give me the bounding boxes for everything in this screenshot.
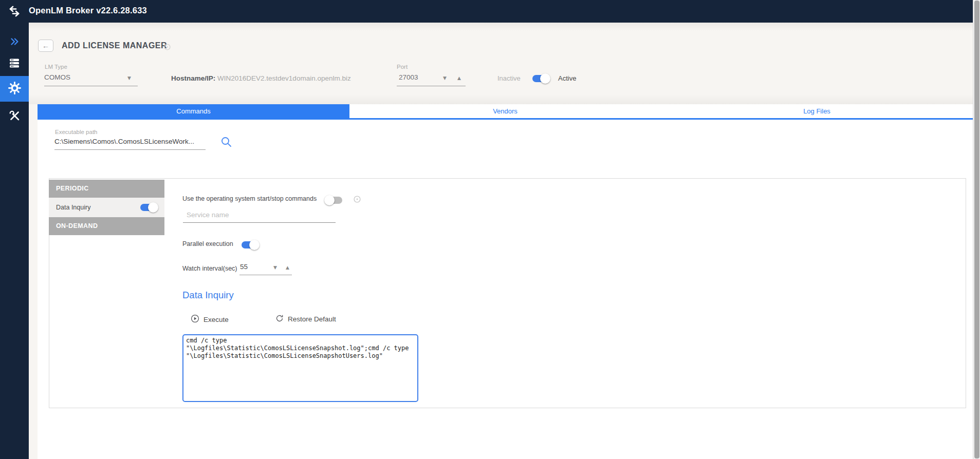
info-icon — [354, 196, 361, 205]
watch-interval-label: Watch interval(sec) — [182, 265, 237, 272]
lm-type-underline — [44, 86, 138, 86]
port-input[interactable] — [399, 73, 435, 81]
lm-type-select[interactable]: COMOS — [44, 73, 70, 81]
parallel-execution-label: Parallel execution — [182, 240, 233, 247]
os-commands-label: Use the operating system start/stop comm… — [182, 195, 317, 202]
service-name-input[interactable] — [183, 209, 336, 223]
lm-type-label: LM Type — [45, 64, 67, 70]
tab-vendors[interactable]: Vendors — [349, 104, 661, 118]
os-commands-toggle[interactable] — [325, 197, 342, 204]
search-icon[interactable] — [220, 136, 232, 150]
inactive-label: Inactive — [497, 74, 521, 82]
watch-interval-input[interactable] — [240, 263, 270, 271]
tab-underline-bar — [38, 118, 973, 120]
port-decrement-icon[interactable]: ▼ — [443, 75, 447, 81]
back-arrow-icon: ← — [42, 42, 49, 50]
data-inquiry-toggle[interactable] — [140, 204, 158, 211]
section-title-data-inquiry: Data Inquiry — [182, 290, 234, 301]
execute-button-label: Execute — [204, 316, 229, 323]
double-chevron-right-icon — [9, 36, 20, 49]
toggle-knob — [148, 202, 158, 213]
watch-interval-increment-icon[interactable]: ▲ — [286, 265, 289, 270]
refresh-icon — [275, 314, 284, 324]
page-title: ADD LICENSE MANAGER — [62, 41, 167, 50]
status-toggle[interactable] — [532, 75, 550, 82]
sidebar-item-settings[interactable] — [0, 76, 29, 102]
executable-path-input[interactable] — [54, 138, 207, 145]
servers-icon — [9, 58, 20, 71]
openlm-broker-window: OpenLM Broker v22.6.28.633 — [0, 0, 980, 459]
hostname-value: WIN2016DEV2.testdev1domain.openlm.biz — [217, 74, 351, 82]
sidebar-item-tools[interactable] — [0, 104, 29, 129]
hostname-label: Hostname/IP: — [171, 74, 215, 82]
command-textarea[interactable]: cmd /c type "\Logfiles\Statistic\ComosLS… — [182, 334, 418, 402]
scrollbar-track[interactable] — [973, 0, 980, 459]
hostname-field: Hostname/IP: WIN2016DEV2.testdev1domain.… — [171, 74, 351, 82]
info-icon — [164, 43, 171, 52]
active-label: Active — [558, 74, 576, 82]
watch-interval-decrement-icon[interactable]: ▼ — [273, 265, 277, 270]
toggle-knob — [540, 73, 550, 84]
gear-icon — [8, 81, 22, 97]
topbar: OpenLM Broker v22.6.28.633 — [0, 0, 973, 23]
port-underline — [397, 86, 466, 86]
scrollbar-thumb[interactable] — [974, 1, 979, 458]
group-header-periodic: PERIODIC — [49, 180, 164, 198]
list-item-label: Data Inquiry — [56, 204, 90, 211]
executable-path-underline — [54, 149, 206, 150]
restore-default-button-label: Restore Default — [288, 315, 336, 323]
back-button[interactable]: ← — [38, 40, 53, 52]
swap-arrows-icon[interactable] — [8, 5, 21, 20]
sidebar-item-license-servers[interactable] — [0, 51, 29, 77]
app-title: OpenLM Broker v22.6.28.633 — [29, 6, 147, 15]
toggle-knob — [249, 240, 260, 250]
port-increment-icon[interactable]: ▲ — [457, 75, 461, 81]
toggle-knob — [324, 195, 335, 205]
execute-button[interactable]: Execute — [191, 314, 229, 324]
tab-commands[interactable]: Commands — [38, 104, 349, 118]
port-label: Port — [397, 64, 408, 70]
header-background — [29, 23, 973, 104]
watch-interval-underline — [239, 275, 292, 275]
executable-path-label: Executable path — [55, 129, 97, 135]
sidebar — [0, 23, 29, 459]
group-header-on-demand: ON-DEMAND — [49, 217, 164, 235]
tab-log-files[interactable]: Log Files — [661, 104, 973, 118]
parallel-execution-toggle[interactable] — [242, 241, 259, 248]
restore-default-button[interactable]: Restore Default — [275, 314, 336, 324]
play-circle-icon — [191, 314, 199, 324]
chevron-down-icon[interactable]: ▼ — [127, 75, 131, 81]
tools-icon — [9, 110, 20, 123]
left-margin-strip — [29, 104, 38, 459]
